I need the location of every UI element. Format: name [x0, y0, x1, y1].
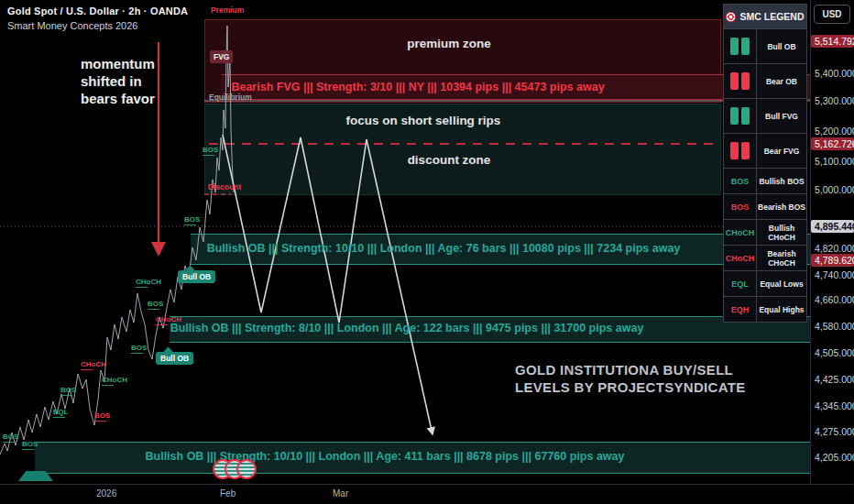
focus-text: focus on short selling rips: [346, 114, 501, 127]
fvg-chip: FVG: [210, 50, 233, 63]
legend-label: Bear OB: [757, 64, 806, 98]
coin-icon: [236, 459, 257, 479]
legend-tag: EQH: [724, 297, 757, 322]
legend-label: Bullish CHoCH: [757, 220, 806, 245]
legend-label: Bearish CHoCH: [757, 246, 806, 270]
bull-fvg-swatch-icon: [741, 107, 750, 125]
watermark-note: GOLD INSTITUTIONA BUY/SELL LEVELS BY PRO…: [515, 361, 745, 396]
legend-row-bear-ob: Bear OB: [724, 64, 806, 99]
bear-ob-swatch-icon: [741, 72, 750, 90]
logo-coins-icon: [213, 459, 257, 479]
price-label: 5,300.000: [811, 94, 854, 107]
time-label: 2026: [96, 488, 116, 499]
structure-label-choch: CHoCH: [156, 316, 181, 325]
legend-row-equal-highs: EQH Equal Highs: [724, 297, 806, 322]
price-label-badge: 5,514.792: [811, 35, 854, 48]
legend-tag: BOS: [724, 169, 757, 193]
legend-label: Bull FVG: [757, 99, 806, 133]
smc-legend-panel: SMC LEGEND Bull OB Bear OB Bull FVG Bear…: [723, 4, 807, 323]
legend-row-bullish-choch: CHoCH Bullish CHoCH: [724, 220, 806, 246]
price-label: 4,425.000: [811, 373, 854, 386]
structure-label-choch: CHoCH: [102, 377, 127, 386]
structure-label-choch: CHoCH: [136, 279, 161, 288]
chart-canvas[interactable]: premium zone Bearish FVG ||| Strength: 3…: [0, 0, 810, 484]
legend-row-bearish-bos: BOS Bearish BOS: [724, 194, 806, 220]
price-label: 4,205.000: [811, 451, 854, 464]
structure-label-bos: BOS: [203, 147, 218, 156]
legend-row-equal-lows: EQL Equal Lows: [724, 271, 806, 297]
legend-row-bearish-choch: CHoCH Bearish CHoCH: [724, 246, 806, 271]
target-icon: [726, 12, 736, 22]
legend-label: Bullish BOS: [757, 169, 806, 193]
discount-boundary-label: Discount: [208, 182, 241, 192]
structure-label-bos: BOS: [131, 345, 147, 354]
structure-label-eql: EQL: [53, 409, 68, 418]
structure-label-bos: BOS: [22, 441, 38, 450]
price-label: 5,400.000: [811, 67, 854, 80]
price-label: 4,820.000: [811, 242, 854, 255]
bull-ob-badge-2: Bull OB: [156, 352, 193, 365]
legend-tag: CHoCH: [724, 246, 757, 270]
price-label: 5,000.000: [811, 183, 854, 196]
structure-label-bos: BOS: [3, 433, 18, 443]
structure-label-choch: CHoCH: [81, 361, 106, 370]
price-label: 4,275.000: [811, 425, 854, 438]
discount-zone-text: discount zone: [408, 153, 491, 167]
structure-label-bos: BOS: [94, 412, 110, 422]
legend-tag: EQL: [724, 271, 757, 296]
legend-label: Bull OB: [757, 29, 806, 63]
bullish-ob-1-text: Bullish OB ||| Strength: 10/10 ||| Londo…: [207, 242, 681, 255]
time-axis[interactable]: 2026 Feb Mar: [0, 485, 854, 504]
bull-ob-badge-1: Bull OB: [178, 270, 215, 283]
premium-zone-text: premium zone: [407, 37, 491, 50]
structure-label-bos: BOS: [148, 301, 163, 310]
current-price-badge: 4,895.440: [811, 220, 854, 233]
smc-legend-header[interactable]: SMC LEGEND: [724, 5, 806, 29]
premium-boundary-label: Premium: [211, 5, 244, 15]
structure-label-bos: BOS: [60, 387, 76, 396]
legend-row-bull-ob: Bull OB: [724, 29, 806, 64]
legend-label: Equal Lows: [757, 271, 806, 296]
structure-label-bos: BOS: [184, 216, 200, 225]
time-label: Feb: [220, 488, 235, 499]
price-label-badge: 4,789.620: [811, 254, 854, 267]
legend-row-bull-fvg: Bull FVG: [724, 99, 806, 134]
symbol-title[interactable]: Gold Spot / U.S. Dollar · 2h · OANDA: [7, 5, 188, 16]
currency-button[interactable]: USD: [814, 5, 850, 24]
bull-ob-swatch-icon: [730, 38, 739, 55]
bear-fvg-swatch-icon: [730, 142, 739, 159]
legend-label: Bear FVG: [757, 134, 806, 168]
momentum-note: momentum shifted in bears favor: [81, 55, 155, 107]
bull-ob-swatch-icon: [741, 38, 750, 55]
legend-label: Bearish BOS: [757, 194, 806, 219]
price-label: 5,200.000: [811, 125, 854, 137]
bull-fvg-swatch-icon: [730, 107, 739, 125]
legend-row-bullish-bos: BOS Bullish BOS: [724, 169, 806, 194]
price-label: 4,345.000: [811, 400, 854, 412]
legend-tag: CHoCH: [724, 220, 757, 245]
price-label: 5,100.000: [811, 155, 854, 168]
legend-tag: BOS: [724, 194, 757, 219]
equilibrium-boundary-label: Equilibrium: [209, 93, 252, 102]
smc-legend-title: SMC LEGEND: [739, 11, 804, 22]
price-label-badge: 5,162.726: [811, 137, 854, 150]
bearish-fvg-text: Bearish FVG ||| Strength: 3/10 ||| NY ||…: [231, 81, 604, 93]
legend-label: Equal Highs: [757, 297, 806, 322]
price-axis[interactable]: USD 5,514.792 5,400.000 5,300.000 5,200.…: [811, 0, 854, 484]
bear-ob-swatch-icon: [730, 72, 739, 90]
time-label: Mar: [333, 488, 348, 499]
price-label: 4,740.000: [811, 268, 854, 281]
price-label: 4,580.000: [811, 320, 854, 333]
trading-chart-window: premium zone Bearish FVG ||| Strength: 3…: [0, 0, 854, 504]
bear-fvg-swatch-icon: [741, 142, 750, 159]
price-label: 4,660.000: [811, 293, 854, 306]
legend-row-bear-fvg: Bear FVG: [724, 134, 806, 169]
bullish-ob-2-text: Bullish OB ||| Strength: 8/10 ||| London…: [170, 322, 644, 334]
indicator-title[interactable]: Smart Money Concepts 2026: [7, 20, 137, 31]
price-label: 4,505.000: [811, 346, 854, 359]
